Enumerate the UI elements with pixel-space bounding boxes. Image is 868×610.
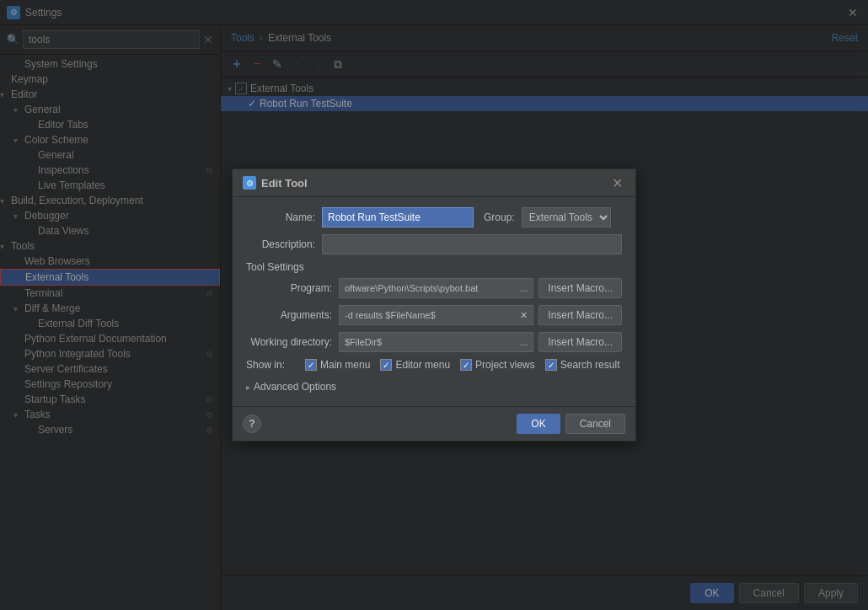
working-dir-row: Working directory: ... Insert Macro...	[246, 332, 622, 352]
program-row: Program: ... Insert Macro...	[246, 278, 622, 298]
arguments-insert-macro-button[interactable]: Insert Macro...	[538, 305, 622, 325]
program-label: Program:	[246, 282, 339, 294]
modal-overlay: ⚙ Edit Tool ✕ Name: Group: External Tool…	[0, 0, 868, 610]
tool-settings-title: Tool Settings	[246, 261, 622, 273]
search-result-checkbox[interactable]: ✓	[545, 359, 557, 371]
description-label: Description:	[246, 238, 322, 250]
edit-tool-modal: ⚙ Edit Tool ✕ Name: Group: External Tool…	[232, 169, 636, 441]
project-views-label: Project views	[475, 359, 535, 371]
modal-title-bar: ⚙ Edit Tool ✕	[233, 169, 635, 197]
arguments-input[interactable]	[339, 305, 515, 325]
modal-footer: ? OK Cancel	[233, 406, 635, 441]
program-input-wrap: ...	[339, 278, 533, 298]
modal-close-button[interactable]: ✕	[608, 174, 625, 191]
modal-title: Edit Tool	[261, 177, 608, 190]
modal-icon: ⚙	[243, 176, 256, 190]
project-views-checkbox[interactable]: ✓	[460, 359, 472, 371]
main-menu-checkbox[interactable]: ✓	[305, 359, 317, 371]
group-select: External Tools	[522, 207, 611, 227]
working-dir-label: Working directory:	[246, 336, 339, 348]
working-dir-insert-macro-button[interactable]: Insert Macro...	[538, 332, 622, 352]
program-insert-macro-button[interactable]: Insert Macro...	[538, 278, 622, 298]
working-dir-browse-button[interactable]: ...	[515, 332, 533, 352]
modal-body: Name: Group: External Tools Description:…	[233, 197, 635, 406]
show-in-main-menu[interactable]: ✓ Main menu	[305, 359, 370, 371]
modal-footer-buttons: OK Cancel	[517, 414, 625, 434]
modal-ok-button[interactable]: OK	[517, 414, 560, 434]
modal-cancel-button[interactable]: Cancel	[565, 414, 625, 434]
program-browse-button[interactable]: ...	[515, 278, 533, 298]
program-input[interactable]	[339, 278, 515, 298]
show-in-project-views[interactable]: ✓ Project views	[460, 359, 535, 371]
arguments-clear-button[interactable]: ✕	[515, 305, 533, 325]
working-dir-input-wrap: ...	[339, 332, 533, 352]
description-row: Description:	[246, 234, 622, 254]
main-menu-label: Main menu	[320, 359, 370, 371]
show-in-editor-menu[interactable]: ✓ Editor menu	[380, 359, 450, 371]
name-label: Name:	[246, 211, 322, 223]
advanced-options-row[interactable]: ▸ Advanced Options	[246, 377, 622, 396]
arguments-label: Arguments:	[246, 309, 339, 321]
show-in-row: Show in: ✓ Main menu ✓ Editor menu ✓ Pro…	[246, 359, 622, 371]
name-input[interactable]	[322, 207, 474, 227]
advanced-arrow-icon: ▸	[246, 383, 250, 392]
editor-menu-label: Editor menu	[395, 359, 450, 371]
show-in-search-result[interactable]: ✓ Search result	[545, 359, 620, 371]
arguments-input-wrap: ✕	[339, 305, 533, 325]
arguments-row: Arguments: ✕ Insert Macro...	[246, 305, 622, 325]
help-button[interactable]: ?	[243, 415, 261, 433]
working-dir-input[interactable]	[339, 332, 515, 352]
group-label: Group:	[484, 211, 515, 223]
name-row: Name: Group: External Tools	[246, 207, 622, 227]
advanced-options-label: Advanced Options	[254, 381, 336, 393]
search-result-label: Search result	[560, 359, 620, 371]
show-in-label: Show in:	[246, 359, 305, 371]
editor-menu-checkbox[interactable]: ✓	[380, 359, 392, 371]
group-dropdown[interactable]: External Tools	[522, 207, 611, 227]
show-in-options: ✓ Main menu ✓ Editor menu ✓ Project view…	[305, 359, 619, 371]
description-input[interactable]	[322, 234, 622, 254]
